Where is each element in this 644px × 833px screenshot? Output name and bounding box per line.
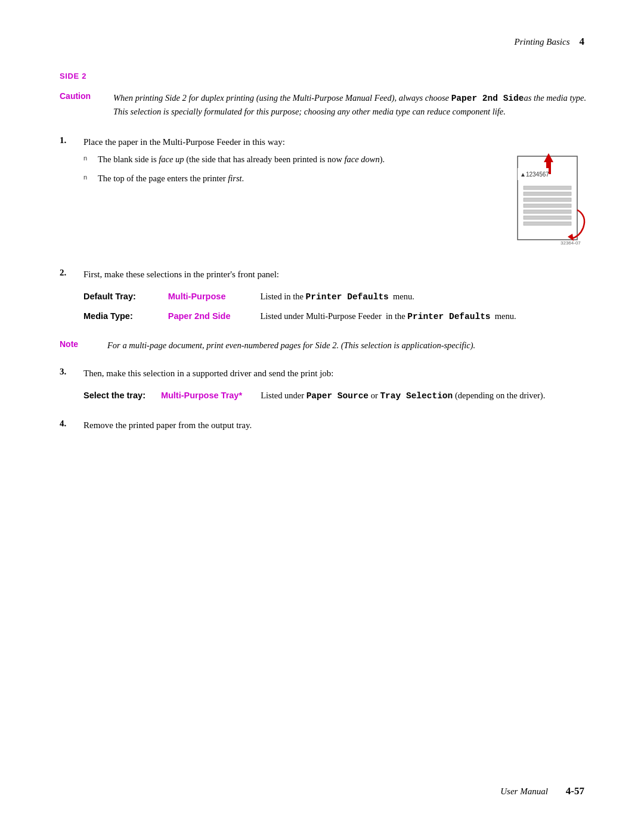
svg-rect-5 xyxy=(524,210,571,213)
step-2: 2. First, make these selections in the p… xyxy=(60,268,596,326)
page-header: Printing Basics 4 xyxy=(60,36,596,48)
table-row: Select the tray: Multi-Purpose Tray* Lis… xyxy=(83,386,596,406)
svg-text:▲1234567: ▲1234567 xyxy=(520,171,549,178)
step-2-content: First, make these selections in the prin… xyxy=(83,268,596,326)
step-2-table: Default Tray: Multi-Purpose Listed in th… xyxy=(83,287,596,327)
bullet-marker-2: n xyxy=(83,174,95,181)
step-3-text: Then, make this selection in a supported… xyxy=(83,367,596,380)
note-label: Note xyxy=(60,339,101,349)
step-1-content: Place the paper in the Multi-Purpose Fee… xyxy=(83,135,596,255)
printer-svg: ▲1234567 32364-07 xyxy=(495,150,596,255)
note-text: For a multi-page document, print even-nu… xyxy=(107,339,475,352)
bullet-marker-1: n xyxy=(83,154,95,162)
header-page-num: 4 xyxy=(580,36,585,48)
step-4-content: Remove the printed paper from the output… xyxy=(83,419,596,437)
caution-block: Caution When printing Side 2 for duplex … xyxy=(60,91,596,119)
step-3-num: 3. xyxy=(60,367,79,377)
section-heading: Side 2 xyxy=(60,72,596,80)
col-desc-select-tray: Listed under Paper Source or Tray Select… xyxy=(261,386,596,406)
caution-text: When printing Side 2 for duplex printing… xyxy=(113,91,596,119)
col-label-select-tray: Select the tray: xyxy=(83,386,161,406)
step-3-content: Then, make this selection in a supported… xyxy=(83,367,596,405)
table-row: Media Type: Paper 2nd Side Listed under … xyxy=(83,307,596,327)
svg-rect-4 xyxy=(524,204,571,208)
page: Printing Basics 4 Side 2 Caution When pr… xyxy=(0,0,644,833)
svg-rect-1 xyxy=(524,186,571,190)
svg-rect-6 xyxy=(524,216,571,219)
col-desc-media-type: Listed under Multi-Purpose Feeder in the… xyxy=(260,307,596,327)
col-value-select-tray: Multi-Purpose Tray* xyxy=(161,386,261,406)
bullet-text-2: The top of the page enters the printer f… xyxy=(98,172,244,185)
bullet-item-1: n The blank side is face up (the side th… xyxy=(83,153,477,166)
col-label-default-tray: Default Tray: xyxy=(83,287,168,307)
bullet-text-1: The blank side is face up (the side that… xyxy=(98,153,385,166)
step-4-num: 4. xyxy=(60,419,79,429)
col-value-default-tray: Multi-Purpose xyxy=(168,287,261,307)
svg-rect-3 xyxy=(524,198,571,202)
step-1: 1. Place the paper in the Multi-Purpose … xyxy=(60,135,596,255)
page-footer: User Manual 4-57 xyxy=(0,785,644,797)
bullet-item-2: n The top of the page enters the printer… xyxy=(83,172,477,185)
step-4-text: Remove the printed paper from the output… xyxy=(83,419,596,432)
header-title: Printing Basics xyxy=(515,37,570,47)
printer-diagram: ▲1234567 32364-07 xyxy=(495,150,596,255)
step-1-text: Place the paper in the Multi-Purpose Fee… xyxy=(83,135,596,149)
step-1-bullets: n The blank side is face up (the side th… xyxy=(83,153,477,191)
caution-text-part1: When printing Side 2 for duplex printing… xyxy=(113,93,451,103)
svg-rect-2 xyxy=(524,192,571,196)
step-2-num: 2. xyxy=(60,268,79,278)
step-1-num: 1. xyxy=(60,135,79,145)
svg-rect-7 xyxy=(524,222,571,225)
footer-title: User Manual xyxy=(500,786,548,797)
step-3-table: Select the tray: Multi-Purpose Tray* Lis… xyxy=(83,386,596,406)
col-label-media-type: Media Type: xyxy=(83,307,168,327)
caution-label: Caution xyxy=(60,91,107,101)
note-block: Note For a multi-page document, print ev… xyxy=(60,339,596,352)
footer-page-num: 4-57 xyxy=(566,785,584,797)
step-1-inner: n The blank side is face up (the side th… xyxy=(83,153,596,255)
table-row: Default Tray: Multi-Purpose Listed in th… xyxy=(83,287,596,307)
svg-text:32364-07: 32364-07 xyxy=(561,240,581,246)
caution-monospace: Paper 2nd Side xyxy=(451,94,524,103)
step-3: 3. Then, make this selection in a suppor… xyxy=(60,367,596,405)
step-2-text: First, make these selections in the prin… xyxy=(83,268,596,281)
col-value-media-type: Paper 2nd Side xyxy=(168,307,261,327)
step-4: 4. Remove the printed paper from the out… xyxy=(60,419,596,437)
col-desc-default-tray: Listed in the Printer Defaults menu. xyxy=(260,287,596,307)
